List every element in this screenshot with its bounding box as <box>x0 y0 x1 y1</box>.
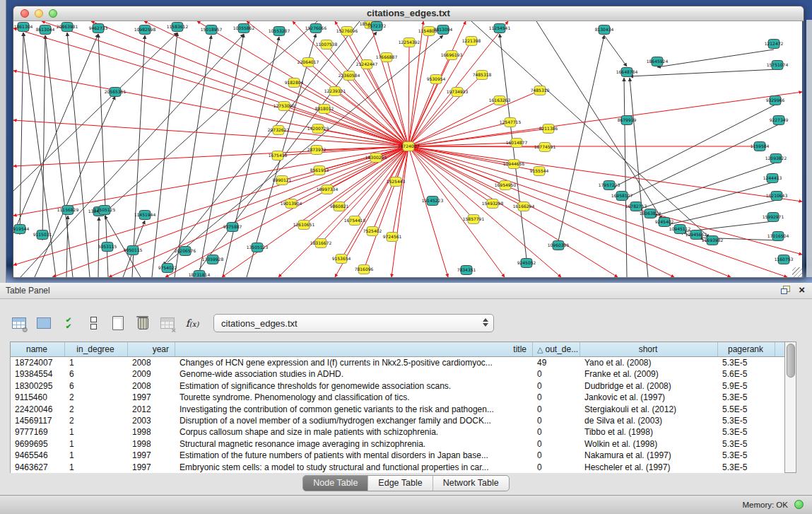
network-node[interactable]: 16648784 <box>616 68 638 77</box>
table-cell[interactable]: Dudbridge et al. (2008) <box>580 380 718 392</box>
column-header-out_de[interactable]: △out_de... <box>533 342 580 356</box>
table-cell[interactable]: 18300295 <box>11 380 65 392</box>
network-edge[interactable] <box>20 34 244 277</box>
table-cell[interactable]: 9463627 <box>11 462 65 473</box>
network-edge[interactable] <box>13 34 98 233</box>
network-node[interactable]: 12753090 <box>273 102 295 111</box>
table-row[interactable]: 1830029562008Estimation of significance … <box>11 380 784 392</box>
collapsed-panel-strip[interactable] <box>0 0 6 283</box>
network-node[interactable]: 9724561 <box>383 233 402 242</box>
network-node[interactable]: 9115031 <box>33 230 52 240</box>
network-node[interactable]: 12610651 <box>293 221 315 230</box>
network-edge[interactable] <box>667 200 777 225</box>
table-cell[interactable]: 49 <box>533 357 580 368</box>
column-header-year[interactable]: year <box>128 342 175 356</box>
network-node[interactable]: 9530954 <box>427 75 446 84</box>
network-node[interactable]: 3919544 <box>13 225 30 234</box>
table-cell[interactable]: 6 <box>65 380 128 392</box>
network-node[interactable]: 10355862 <box>233 24 255 33</box>
network-edge[interactable] <box>13 33 177 191</box>
table-cell[interactable]: Embryonic stem cells: a model to study s… <box>175 462 533 473</box>
network-node[interactable]: 10997334 <box>317 185 339 194</box>
network-node[interactable]: 9754022 <box>158 264 177 273</box>
column-header-name[interactable]: name <box>11 342 65 356</box>
select-all-check-icon[interactable]: ✔✔ <box>59 314 78 332</box>
network-node[interactable]: 12093822 <box>765 154 787 163</box>
table-cell[interactable]: 0 <box>533 450 580 461</box>
tab-network-table[interactable]: Network Table <box>433 476 509 491</box>
network-edge-selected[interactable] <box>408 146 787 277</box>
table-row[interactable]: 969969511998Structural magnetic resonanc… <box>11 438 784 450</box>
network-node[interactable]: 13505123 <box>247 243 269 252</box>
table-cell[interactable]: Estimation of significance thresholds fo… <box>175 380 533 392</box>
network-node[interactable]: 15276066 <box>305 24 327 33</box>
table-row[interactable]: 946554611997Estimation of the future num… <box>11 450 784 461</box>
network-edge-selected[interactable] <box>408 92 457 146</box>
network-node[interactable]: 10774591 <box>534 143 556 152</box>
table-cell[interactable]: 22420046 <box>11 404 65 415</box>
table-cell[interactable]: 5.3E-5 <box>718 438 775 450</box>
network-edge[interactable] <box>98 34 108 277</box>
table-cell[interactable]: 1 <box>65 357 128 368</box>
table-cell[interactable]: 1 <box>65 438 128 450</box>
network-node[interactable]: 19013904 <box>281 199 302 209</box>
table-row[interactable]: 1456911722003Disruption of a novel membe… <box>11 415 784 426</box>
network-node[interactable]: 15751074 <box>767 61 789 70</box>
network-node[interactable]: 1221398 <box>462 37 481 46</box>
table-cell[interactable]: Yano et al. (2008) <box>580 357 718 368</box>
table-cell[interactable]: 0 <box>533 368 580 380</box>
table-settings-icon[interactable]: ⚙ <box>10 314 28 332</box>
window-resize-grip[interactable] <box>792 267 802 277</box>
table-row[interactable]: 946362711997Embryonic stem cells: a mode… <box>11 462 784 473</box>
network-edge[interactable] <box>20 33 23 235</box>
network-edge[interactable] <box>471 21 710 238</box>
table-cell[interactable]: 5.5E-5 <box>718 404 775 415</box>
network-view-window[interactable]: citations_edges.txt 97245617525402167544… <box>13 6 804 279</box>
table-cell[interactable]: de Silva et al. (2003) <box>580 415 718 426</box>
network-node[interactable]: 11693982 <box>702 236 724 245</box>
table-cell[interactable]: 1997 <box>128 450 175 461</box>
network-edge-selected[interactable] <box>408 146 674 277</box>
table-row[interactable]: 1938455462009Genome-wide association stu… <box>11 368 784 380</box>
network-node[interactable]: 12239321 <box>324 87 346 96</box>
network-edge-selected[interactable] <box>13 146 408 216</box>
network-node[interactable]: 8130434 <box>595 25 614 35</box>
network-edge-selected[interactable] <box>408 146 802 255</box>
table-cell[interactable]: 2009 <box>128 368 175 380</box>
float-panel-icon[interactable] <box>781 286 790 294</box>
network-edge[interactable] <box>42 35 45 240</box>
table-cell[interactable]: 9777169 <box>11 426 65 438</box>
network-node[interactable]: 18731814 <box>189 271 211 278</box>
network-node[interactable]: 15493298 <box>482 199 504 209</box>
table-cell[interactable]: 2 <box>65 392 128 403</box>
network-node[interactable]: 15018957 <box>201 25 223 35</box>
table-cell[interactable]: 1 <box>65 462 128 473</box>
table-cell[interactable]: 5.3E-5 <box>718 462 775 473</box>
table-cell[interactable]: 5.9E-5 <box>718 380 775 392</box>
table-cell[interactable]: 2008 <box>128 357 175 368</box>
network-edge[interactable] <box>630 69 777 76</box>
close-panel-icon[interactable]: × <box>799 285 805 295</box>
rows-icon[interactable] <box>84 314 102 332</box>
network-node[interactable]: 18645924 <box>647 57 669 66</box>
table-cell[interactable]: 0 <box>533 462 580 473</box>
network-node[interactable]: 16166294 <box>513 202 535 211</box>
network-node[interactable]: 1212472 <box>765 40 784 49</box>
table-row[interactable]: 2242004622012Investigating the contribut… <box>11 404 784 415</box>
network-node[interactable]: 16958107 <box>611 192 633 201</box>
network-node[interactable]: 9155544 <box>530 167 549 176</box>
network-edge[interactable] <box>653 182 772 216</box>
table-cell[interactable]: 5.6E-5 <box>718 368 775 380</box>
table-cell[interactable]: Tibbo et al. (1998) <box>580 426 718 438</box>
table-cell[interactable]: Tourette syndrome. Phenomenology and cla… <box>175 392 533 403</box>
network-node[interactable]: 9050115 <box>124 246 143 255</box>
network-node[interactable]: 9375887 <box>223 223 242 232</box>
table-cell[interactable]: 2008 <box>128 380 175 392</box>
network-node[interactable]: 10553287 <box>269 27 290 36</box>
network-edge-selected[interactable] <box>278 130 408 146</box>
network-edge[interactable] <box>624 78 627 277</box>
table-cell[interactable]: 5.3E-5 <box>718 426 775 438</box>
table-cell[interactable]: 2 <box>65 415 128 426</box>
table-cell[interactable]: 5.3E-5 <box>718 392 775 403</box>
table-cell[interactable]: Genome-wide association studies in ADHD. <box>175 368 533 380</box>
